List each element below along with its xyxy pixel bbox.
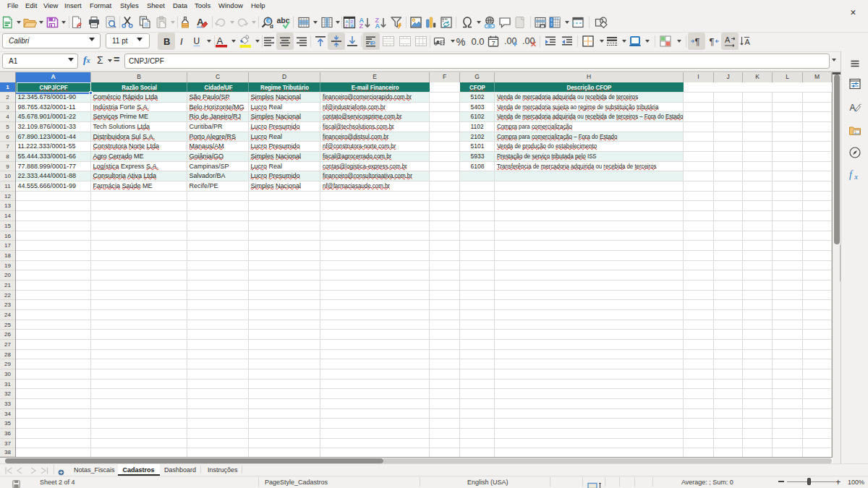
svg-text:f: f [849, 169, 854, 180]
svg-text:B: B [163, 36, 170, 47]
svg-text:7: 7 [492, 40, 495, 47]
svg-text:A: A [725, 35, 731, 44]
svg-text:A: A [351, 24, 354, 28]
svg-text:Z: Z [359, 22, 364, 30]
svg-text:Z: Z [345, 24, 348, 28]
svg-text:x: x [854, 173, 858, 181]
svg-text:A: A [375, 22, 380, 30]
svg-text:U: U [194, 36, 200, 46]
svg-text:¶: ¶ [695, 36, 700, 47]
svg-text:¶: ¶ [710, 36, 715, 47]
svg-text:A: A [217, 35, 224, 46]
svg-text:A: A [745, 38, 751, 46]
svg-text:0.0: 0.0 [472, 36, 485, 47]
svg-text:%: % [456, 36, 466, 48]
svg-text:d: d [270, 23, 273, 30]
svg-text:A: A [850, 103, 856, 113]
svg-text:I: I [180, 36, 183, 47]
